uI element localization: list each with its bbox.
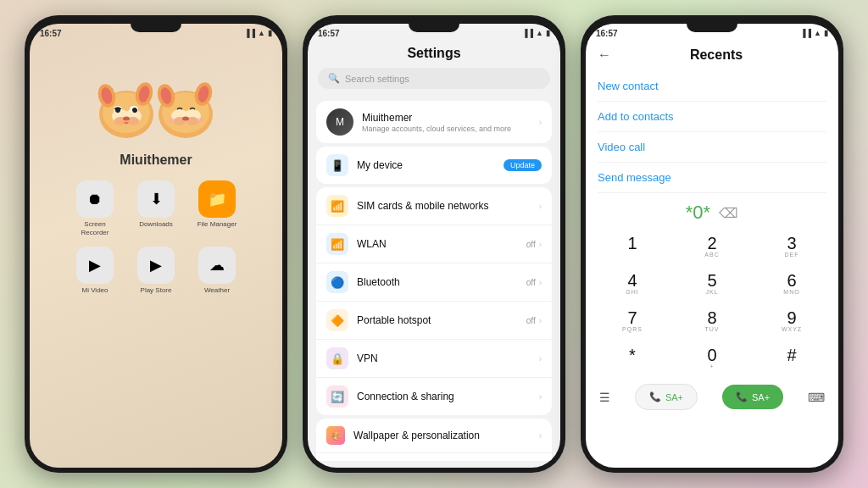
phones-row: 16:57 ▐▐ ▲ ▮ <box>0 0 868 488</box>
key-2-num: 2 <box>707 235 716 252</box>
wifi-icon-s: ▲ <box>536 29 543 37</box>
vpn-right: › <box>539 354 542 363</box>
home-app-label: Miuithemer <box>120 152 192 168</box>
key-0[interactable]: 0 + <box>672 340 752 377</box>
call-icon-primary: 📞 <box>736 391 748 402</box>
key-6[interactable]: 6 MNO <box>752 265 832 302</box>
key-9[interactable]: 9 WXYZ <box>752 302 832 340</box>
dialer-bottom: ☰ 📞 SA+ 📞 SA+ ⌨ <box>586 379 838 415</box>
downloads-icon: ⬇ <box>137 180 175 218</box>
sim-label: SIM cards & mobile networks <box>357 200 539 212</box>
settings-title: Settings <box>308 42 560 68</box>
wallpaper-label: Wallpaper & personalization <box>353 430 539 441</box>
phone-home: 16:57 ▐▐ ▲ ▮ <box>25 15 287 473</box>
sim-item[interactable]: 📶 SIM cards & mobile networks › <box>316 187 552 225</box>
app-play-store[interactable]: ▶ Play Store <box>131 247 181 295</box>
my-device-item[interactable]: 📱 My device Update <box>316 147 552 184</box>
key-hash-num: # <box>787 347 796 363</box>
search-placeholder: Search settings <box>345 74 409 84</box>
key-4[interactable]: 4 GHI <box>593 265 672 302</box>
wallpaper-item[interactable]: 🎨 Wallpaper & personalization › <box>316 419 552 453</box>
recents-header: ← Recents <box>586 42 838 71</box>
key-7-num: 7 <box>627 309 637 326</box>
battery-icon: ▮ <box>268 29 272 37</box>
my-device-content: My device <box>357 159 504 171</box>
app-grid-row2: ▶ Mi Video ▶ Play Store ☁ Weather <box>70 247 242 295</box>
app-file-manager[interactable]: 📁 File Manager <box>192 180 242 236</box>
bluetooth-value: off <box>526 278 536 287</box>
recents-actions: New contact Add to contacts Video call S… <box>586 71 838 193</box>
svg-point-26 <box>167 118 175 123</box>
file-manager-label: File Manager <box>198 220 237 229</box>
chevron-connection: › <box>539 392 542 402</box>
signal-icon-s: ▐▐ <box>522 29 533 37</box>
key-star[interactable]: * <box>593 340 672 377</box>
key-9-alpha: WXYZ <box>782 326 802 333</box>
key-8-alpha: TUV <box>705 326 720 333</box>
backspace-icon[interactable]: ⌫ <box>719 205 738 221</box>
keypad-icon[interactable]: ⌨ <box>808 391 825 404</box>
back-button[interactable]: ← <box>598 47 611 63</box>
weather-icon: ☁ <box>198 247 236 284</box>
wallpaper-content: Wallpaper & personalization <box>353 430 539 441</box>
account-avatar: M <box>326 108 353 136</box>
account-item[interactable]: M Miuithemer Manage accounts, cloud serv… <box>316 101 552 143</box>
key-0-alpha: + <box>709 363 714 370</box>
wlan-right: off › <box>526 240 542 249</box>
video-call-action[interactable]: Video call <box>598 132 826 163</box>
add-to-contacts-action[interactable]: Add to contacts <box>598 102 826 132</box>
hotspot-label: Portable hotspot <box>357 314 526 326</box>
bluetooth-item[interactable]: 🔵 Bluetooth off › <box>316 263 552 302</box>
key-hash[interactable]: # <box>752 340 832 377</box>
app-weather[interactable]: ☁ Weather <box>192 247 242 295</box>
call-button-secondary[interactable]: 📞 SA+ <box>635 384 698 410</box>
connection-label: Connection & sharing <box>357 391 539 402</box>
lockscreen-item[interactable]: 🔒 Always-on display & Lock screen › <box>316 453 552 461</box>
key-2-alpha: ABC <box>704 252 719 258</box>
key-7[interactable]: 7 PQRS <box>593 302 672 340</box>
key-3[interactable]: 3 DEF <box>752 228 832 265</box>
time-dialer: 16:57 <box>596 29 618 38</box>
signal-icon-d: ▐▐ <box>800 29 811 37</box>
chevron-hotspot: › <box>539 316 542 325</box>
key-5[interactable]: 5 JKL <box>672 265 752 302</box>
connection-icon: 🔄 <box>326 385 348 408</box>
signal-icon: ▐▐ <box>244 29 255 37</box>
app-downloads[interactable]: ⬇ Downloads <box>131 180 181 236</box>
vpn-item[interactable]: 🔒 VPN › <box>316 340 552 378</box>
screen-recorder-label: Screen Recorder <box>70 220 120 236</box>
dialer-number: *0* <box>686 202 710 224</box>
settings-search-bar[interactable]: 🔍 Search settings <box>318 68 550 89</box>
settings-list: M Miuithemer Manage accounts, cloud serv… <box>308 97 560 461</box>
my-device-section: 📱 My device Update <box>316 147 552 184</box>
wlan-item[interactable]: 📶 WLAN off › <box>316 225 552 263</box>
connection-item[interactable]: 🔄 Connection & sharing › <box>316 378 552 415</box>
weather-label: Weather <box>204 286 230 295</box>
menu-icon[interactable]: ☰ <box>599 391 610 404</box>
connection-content: Connection & sharing <box>357 391 539 402</box>
sim-right: › <box>539 202 542 211</box>
call-label-primary: SA+ <box>752 392 770 402</box>
chevron-vpn: › <box>539 354 542 363</box>
account-right: › <box>539 118 542 127</box>
key-8[interactable]: 8 TUV <box>672 302 752 340</box>
connection-right: › <box>539 392 542 402</box>
key-1[interactable]: 1 <box>593 228 672 265</box>
app-screen-recorder[interactable]: ⏺ Screen Recorder <box>70 180 120 236</box>
wlan-label: WLAN <box>357 238 526 250</box>
hotspot-item[interactable]: 🔶 Portable hotspot off › <box>316 302 552 340</box>
key-8-num: 8 <box>707 309 716 326</box>
send-message-action[interactable]: Send message <box>598 163 826 193</box>
key-2[interactable]: 2 ABC <box>672 228 752 265</box>
sim-icon: 📶 <box>326 195 348 217</box>
chevron-bluetooth: › <box>539 278 542 287</box>
wifi-icon: ▲ <box>258 29 265 37</box>
new-contact-action[interactable]: New contact <box>598 71 826 102</box>
status-icons-home: ▐▐ ▲ ▮ <box>244 29 272 37</box>
app-mi-video[interactable]: ▶ Mi Video <box>70 247 120 295</box>
mi-video-icon: ▶ <box>76 247 114 284</box>
time-home: 16:57 <box>40 29 62 38</box>
account-section: M Miuithemer Manage accounts, cloud serv… <box>316 101 552 143</box>
call-button-primary[interactable]: 📞 SA+ <box>722 385 783 409</box>
bluetooth-icon: 🔵 <box>326 271 348 293</box>
